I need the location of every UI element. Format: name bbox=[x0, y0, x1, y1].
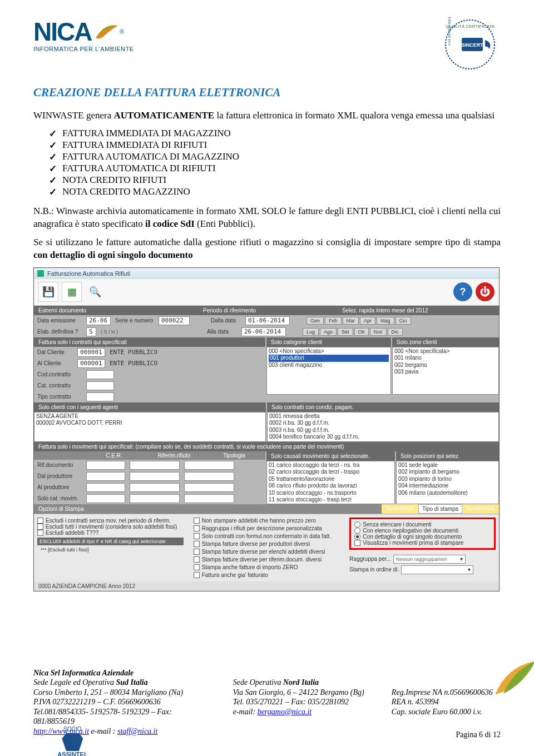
elab-label: Elab. definitiva ? bbox=[37, 329, 82, 335]
checklist-item: FATTURA IMMEDIATA DI RIFIUTI bbox=[49, 140, 501, 151]
help-icon[interactable]: ? bbox=[453, 282, 472, 301]
section-title: CREAZIONE DELLA FATTURA ELETTRONICA bbox=[33, 86, 501, 100]
checklist-item: FATTURA IMMEDIATA DI MAGAZZINO bbox=[49, 128, 501, 139]
checkbox-option[interactable]: Solo contratti con formul.non confermato… bbox=[194, 533, 340, 539]
company-name: Nica Srl Informatica Aziendale bbox=[33, 668, 501, 678]
svg-text:UNI EN ISO 9001/2008: UNI EN ISO 9001/2008 bbox=[447, 17, 452, 46]
checkbox-option[interactable]: Stampa fatture diverse per produttori di… bbox=[194, 541, 340, 547]
checkbox-option[interactable]: Stampa anche fatture di importo ZERO bbox=[194, 564, 340, 570]
intro-paragraph: WINWASTE genera AUTOMATICAMENTE la fattu… bbox=[33, 110, 501, 122]
checkbox-option[interactable]: Raggruppa i rifiuti per descrizione pers… bbox=[194, 525, 340, 531]
month-button[interactable]: Nov bbox=[370, 328, 387, 336]
zone-listbox[interactable]: 000 <Non specificata>001 milano002 berga… bbox=[392, 347, 499, 395]
window-title: Fatturazione Automatica Rifiuti bbox=[47, 270, 130, 277]
series-label: Serie e numero bbox=[115, 317, 154, 324]
month-button[interactable]: Lug bbox=[303, 328, 319, 336]
date-emission-input[interactable]: 26-06 bbox=[86, 316, 111, 325]
email-bergamo-link[interactable]: bergamo@nica.it bbox=[258, 708, 312, 716]
causali-listbox[interactable]: 01 carico stoccaggio da terzi - ns. tra0… bbox=[266, 461, 395, 504]
checkbox-option[interactable]: Escludi i contratti senza mov. nel perio… bbox=[37, 518, 184, 524]
month-button[interactable]: Mar bbox=[343, 317, 359, 325]
print-type-highlight: Senza elencare i documentiCon elenco rie… bbox=[349, 518, 496, 550]
from-client-code[interactable]: 000001 bbox=[77, 348, 105, 357]
radio-option[interactable]: Con dettaglio di ogni singolo documento bbox=[354, 534, 491, 540]
document-body: CREAZIONE DELLA FATTURA ELETTRONICA WINW… bbox=[0, 86, 534, 591]
print-options-panel: Escludi i contratti senza mov. nel perio… bbox=[34, 514, 499, 581]
leaf-icon bbox=[93, 23, 119, 40]
logo-text: NICA bbox=[33, 17, 91, 47]
window-icon bbox=[37, 270, 44, 277]
logo-subtitle: INFORMATICA PER L'AMBIENTE bbox=[33, 46, 134, 52]
category-listbox[interactable]: 000 <Non specificata>001 produttori003 c… bbox=[266, 347, 391, 395]
month-button[interactable]: Giu bbox=[395, 317, 411, 325]
date-emission-label: Data emissione bbox=[37, 317, 82, 324]
month-button[interactable]: Feb bbox=[325, 317, 342, 325]
to-client-code[interactable]: 000001 bbox=[77, 359, 105, 368]
to-date-label: Alla data bbox=[207, 329, 237, 335]
page-header: NICA ® INFORMATICA PER L'AMBIENTE QUALIT… bbox=[0, 0, 534, 78]
window-titlebar: Fatturazione Automatica Rifiuti bbox=[34, 268, 499, 279]
nb-paragraph: N.B.: Winwaste archivia automaticamente … bbox=[33, 205, 501, 231]
radio-option[interactable]: Con elenco riepilogativo dei documenti bbox=[354, 528, 491, 534]
checkbox-option[interactable]: Non stampare addebiti che hanno prezzo z… bbox=[194, 518, 340, 524]
assintel-logo: SOCIO ASSINTEL ASSOCIAZIONE NAZIONALE IM… bbox=[33, 726, 112, 756]
from-date-label: Dalla data bbox=[211, 317, 241, 324]
search-icon[interactable]: 🔍 bbox=[85, 282, 105, 302]
advice-paragraph: Se si utilizzano le fatture automatiche … bbox=[33, 236, 501, 262]
checkbox-option[interactable]: Escludi addebiti T??? bbox=[37, 530, 184, 536]
leaf-decoration-icon bbox=[484, 656, 534, 706]
checkbox-option[interactable]: Fattura anche gia' fatturato bbox=[194, 572, 340, 578]
from-client-label: Dal Cliente bbox=[37, 349, 73, 355]
from-client-name: ENTE PUBBLICO bbox=[110, 349, 157, 356]
checkbox-option[interactable]: Stampa fatture diverse per elenchi addeb… bbox=[194, 549, 340, 555]
month-button[interactable]: Mag bbox=[377, 317, 394, 325]
series-input[interactable]: 000022 bbox=[159, 316, 190, 325]
iso-cert-seal: QUALITÀ CERTIFICATA UNI EN ISO 9001/2008… bbox=[439, 17, 501, 72]
to-client-label: Al Cliente bbox=[37, 360, 73, 366]
month-button[interactable]: Set bbox=[338, 328, 353, 336]
radio-option[interactable]: Senza elencare i documenti bbox=[354, 521, 491, 528]
logo-nica: NICA ® INFORMATICA PER L'AMBIENTE bbox=[33, 17, 134, 52]
svg-text:QUALITÀ CERTIFICATA: QUALITÀ CERTIFICATA bbox=[446, 24, 495, 29]
app-screenshot: Fatturazione Automatica Rifiuti 💾 ▦ 🔍 ? … bbox=[33, 267, 500, 591]
page-number: Pagina 6 di 12 bbox=[456, 730, 501, 739]
checklist-item: NOTA CREDITO RIFIUTI bbox=[49, 175, 501, 186]
posizioni-listbox[interactable]: 001 sede legale002 impianto di bergamo00… bbox=[396, 461, 499, 504]
checkbox-option[interactable]: Visualizza i movimenti prima di stampare bbox=[354, 540, 491, 546]
checklist-item: NOTA CREDITO MAGAZZINO bbox=[49, 186, 501, 197]
payment-listbox[interactable]: 0001 rimessa diretta0002 ri.ba. 30 gg d.… bbox=[267, 412, 499, 442]
svg-text:SINCERT: SINCERT bbox=[461, 42, 483, 48]
from-date-input[interactable]: 01-06-2014 bbox=[245, 316, 290, 325]
month-button[interactable]: Ago bbox=[320, 328, 337, 336]
checklist-item: FATTURA AUTOMATICA DI RIFIUTI bbox=[49, 163, 501, 174]
checkbox-option[interactable]: Escludi tutti i movimenti (considera sol… bbox=[37, 524, 184, 530]
orderby-dropdown[interactable]: ▾ bbox=[401, 565, 473, 574]
elab-input[interactable]: S bbox=[86, 327, 96, 336]
month-button[interactable]: Apr bbox=[360, 317, 375, 325]
section-headers: Estremi documento Periodo di riferimento… bbox=[34, 306, 499, 315]
to-client-name: ENTE PUBBLICO bbox=[110, 360, 157, 367]
toolbar: 💾 ▦ 🔍 ? ⏻ bbox=[34, 279, 499, 306]
excel-icon[interactable]: ▦ bbox=[62, 282, 82, 302]
checklist-item: FATTURA AUTOMATICA DI MAGAZZINO bbox=[49, 151, 501, 162]
agents-listbox[interactable]: SENZA AGENTE000002 AVVOCATO DOTT. PERRI bbox=[34, 412, 266, 442]
status-bar: 0000 AZIENDA CAMPIONE Anno 2012 bbox=[34, 581, 499, 591]
month-button[interactable]: Gen bbox=[306, 317, 324, 325]
save-icon[interactable]: 💾 bbox=[38, 282, 58, 302]
email-staff-link[interactable]: staff@nica.it bbox=[117, 727, 157, 735]
checkbox-option[interactable]: Stampa fatture diverse per riferim.docum… bbox=[194, 556, 340, 563]
doc-type-checklist: FATTURA IMMEDIATA DI MAGAZZINOFATTURA IM… bbox=[49, 128, 501, 197]
reg-mark: ® bbox=[119, 28, 124, 36]
groupby-dropdown[interactable]: Nessun raggruppamen▾ bbox=[393, 555, 466, 564]
month-button[interactable]: Dic bbox=[388, 328, 403, 336]
to-date-input[interactable]: 26-06-2014 bbox=[241, 327, 286, 336]
power-icon[interactable]: ⏻ bbox=[476, 282, 495, 301]
month-button[interactable]: Ott bbox=[354, 328, 369, 336]
